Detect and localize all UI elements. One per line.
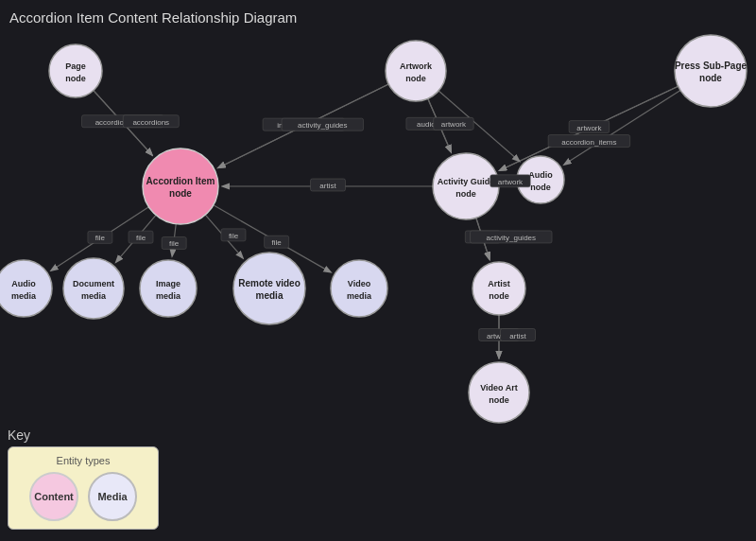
- svg-text:Audio: Audio: [11, 279, 36, 288]
- svg-text:node: node: [489, 395, 509, 405]
- svg-text:artist: artist: [509, 332, 526, 340]
- svg-text:activity_guides: activity_guides: [487, 234, 536, 242]
- svg-point-39: [0, 260, 52, 317]
- svg-text:activity_guides: activity_guides: [298, 121, 347, 130]
- svg-text:Video Art: Video Art: [480, 383, 518, 393]
- svg-text:accordions: accordions: [132, 118, 169, 127]
- svg-text:node: node: [699, 73, 722, 83]
- legend-items: Content Media: [20, 472, 146, 521]
- svg-text:Page: Page: [65, 61, 86, 71]
- svg-text:accordion_items: accordion_items: [561, 138, 616, 147]
- legend-entity-label: Entity types: [20, 455, 146, 466]
- svg-text:media: media: [256, 290, 284, 301]
- svg-text:file: file: [95, 234, 106, 242]
- legend-content-node: Content: [29, 472, 78, 521]
- svg-text:media: media: [11, 291, 37, 301]
- svg-text:node: node: [455, 189, 476, 199]
- legend-content-label: Content: [34, 491, 74, 502]
- svg-point-30: [143, 148, 218, 224]
- svg-text:file: file: [169, 239, 180, 248]
- legend-media-node: Media: [88, 472, 137, 521]
- svg-point-21: [49, 44, 102, 97]
- svg-text:Artist: Artist: [488, 279, 510, 288]
- svg-point-24: [386, 41, 446, 101]
- legend-media-label: Media: [97, 491, 127, 502]
- svg-text:media: media: [347, 291, 372, 301]
- svg-point-42: [63, 258, 124, 319]
- svg-text:file: file: [272, 238, 283, 247]
- svg-text:Press Sub-Page: Press Sub-Page: [675, 61, 747, 71]
- svg-point-27: [675, 35, 747, 107]
- svg-point-48: [233, 253, 305, 324]
- legend-box: Entity types Content Media: [8, 446, 159, 530]
- svg-point-33: [433, 153, 499, 219]
- svg-text:node: node: [489, 291, 509, 301]
- svg-text:Audio: Audio: [528, 170, 553, 180]
- svg-text:media: media: [156, 291, 181, 301]
- svg-point-45: [140, 260, 197, 317]
- svg-text:node: node: [405, 74, 426, 83]
- svg-text:Image: Image: [156, 279, 180, 288]
- svg-text:file: file: [229, 232, 239, 240]
- svg-text:node: node: [65, 74, 86, 83]
- svg-text:Artwork: Artwork: [400, 61, 433, 71]
- svg-text:artwork: artwork: [576, 124, 602, 132]
- svg-text:artist: artist: [319, 182, 336, 190]
- svg-text:Remote video: Remote video: [238, 278, 301, 288]
- svg-text:node: node: [169, 188, 192, 199]
- legend-key-label: Key: [8, 428, 159, 443]
- svg-text:artwork: artwork: [498, 178, 524, 186]
- svg-text:Document: Document: [73, 279, 114, 288]
- svg-text:Accordion Item: Accordion Item: [146, 176, 215, 186]
- svg-text:artwork: artwork: [441, 120, 467, 129]
- svg-point-54: [472, 262, 525, 315]
- svg-text:Activity Guide: Activity Guide: [438, 177, 495, 186]
- svg-point-51: [331, 260, 387, 317]
- legend: Key Entity types Content Media: [8, 428, 159, 530]
- svg-text:media: media: [81, 291, 107, 301]
- svg-text:node: node: [530, 183, 551, 192]
- svg-point-57: [469, 362, 529, 423]
- svg-text:file: file: [136, 234, 146, 242]
- svg-text:Video: Video: [348, 279, 371, 288]
